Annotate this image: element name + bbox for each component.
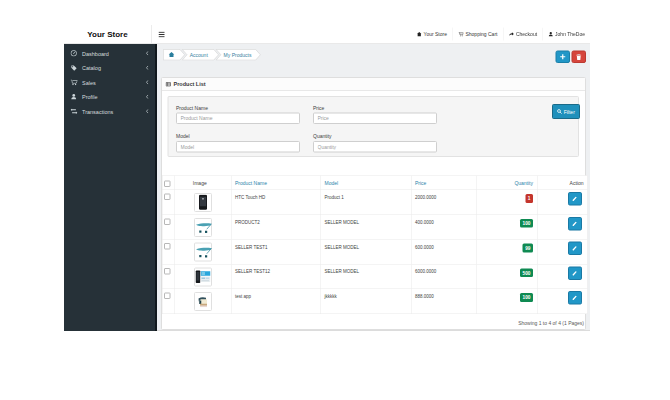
svg-text:My Products: My Products [224,52,252,58]
svg-text:Account: Account [190,52,209,58]
